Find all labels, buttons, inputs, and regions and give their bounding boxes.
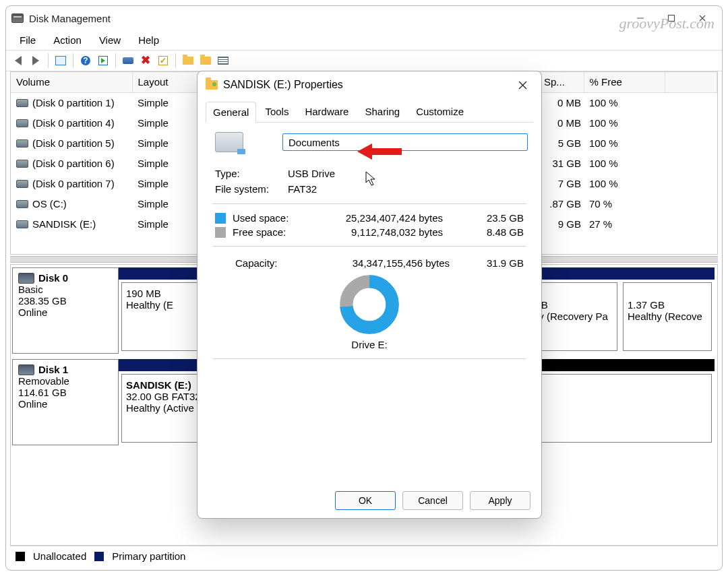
fs-label: File system: [215,183,288,195]
list-button[interactable] [215,53,231,69]
legend-label-primary: Primary partition [112,550,185,562]
scan-disk-button[interactable] [120,53,136,69]
grid-icon [55,56,66,65]
usb-icon [18,364,34,375]
help-button[interactable]: ? [78,53,94,69]
disk1-type: Removable [18,375,113,387]
divider [212,246,526,247]
disk0-info[interactable]: Disk 0 Basic 238.35 GB Online [12,267,119,354]
folder2-button[interactable] [198,53,214,69]
hdd-icon [18,273,34,284]
svg-point-8 [355,290,384,319]
volume-pct: 70 % [584,194,665,214]
menu-view[interactable]: View [92,33,127,47]
back-button[interactable] [10,53,26,69]
disk1-info[interactable]: Disk 1 Removable 114.61 GB Online [12,359,119,445]
cancel-button[interactable]: Cancel [402,491,463,510]
tab-sharing[interactable]: Sharing [357,101,407,122]
volume-name: (Disk 0 partition 4) [32,117,115,129]
volume-name: (Disk 0 partition 5) [32,137,115,149]
toolbar-sep [48,53,49,68]
capacity-human: 31.9 GB [477,257,524,269]
part-size: 190 MB [126,288,200,299]
volume-icon [16,200,28,208]
volume-icon [16,220,28,228]
arrow-right-icon [32,56,39,65]
cursor-icon [365,171,377,186]
fs-value: FAT32 [288,183,317,195]
menu-file[interactable]: File [13,33,42,47]
col-pct-free[interactable]: % Free [584,72,665,92]
titlebar: Disk Management [6,6,722,30]
legend-swatch-unallocated [16,552,25,561]
disk0-part1[interactable]: 190 MB Healthy (E [119,267,208,354]
minimize-button[interactable] [625,7,656,29]
folder1-button[interactable] [180,53,196,69]
delete-button[interactable]: ✖ [138,53,154,69]
arrow-left-icon [15,56,22,65]
capacity-donut-chart: Drive E: [211,270,528,352]
tab-general[interactable]: General [206,102,256,123]
free-label: Free space: [233,226,307,238]
confirm-button[interactable] [155,53,171,69]
used-swatch-icon [215,213,226,224]
part-title: SANDISK (E:) [126,379,191,391]
used-human: 23.5 GB [477,212,524,224]
volume-icon [16,139,28,148]
list-icon [218,57,229,65]
free-swatch-icon [215,227,226,238]
used-bytes: 25,234,407,424 bytes [313,212,470,224]
donut-label: Drive E: [351,339,387,350]
disk1-name: Disk 1 [38,364,68,375]
toolbar-sep [73,53,73,68]
drive-large-icon [215,132,243,152]
volume-icon [16,160,28,168]
app-icon [11,13,24,23]
menubar: File Action View Help [6,30,722,50]
toolbar-sep [115,53,116,68]
ok-button[interactable]: OK [335,491,396,510]
volume-pct: 100 % [584,133,665,154]
volume-pct: 100 % [584,113,665,133]
play-icon [98,56,108,65]
capacity-label: Capacity: [235,257,286,269]
free-bytes: 9,112,748,032 bytes [313,226,470,238]
disk1-size: 114.61 GB [18,387,113,398]
folder-icon [200,57,211,65]
volume-name: OS (C:) [32,198,67,210]
col-spacer [665,72,717,92]
part-status: Healthy (E [126,299,200,311]
tab-tools[interactable]: Tools [257,101,296,122]
legend-label-unallocated: Unallocated [33,550,86,562]
menu-action[interactable]: Action [47,33,88,47]
tab-hardware[interactable]: Hardware [297,101,356,122]
toolbar: ? ✖ [6,50,722,71]
action-button[interactable] [95,53,111,69]
apply-button[interactable]: Apply [470,491,530,510]
volume-name: SANDISK (E:) [32,218,96,230]
close-button[interactable] [687,7,718,29]
capacity-bytes: 34,347,155,456 bytes [286,257,477,269]
maximize-button[interactable] [656,7,687,29]
dialog-close-button[interactable] [510,75,535,95]
dialog-tabs: General Tools Hardware Sharing Customize [198,98,541,122]
part-status: Healthy (Recove [628,311,707,322]
x-icon: ✖ [141,56,150,65]
tab-customize[interactable]: Customize [408,101,471,122]
menu-help[interactable]: Help [131,33,166,47]
type-label: Type: [215,168,288,179]
col-volume[interactable]: Volume [11,72,132,92]
folder-icon [183,57,193,65]
part-size: GB [533,299,613,311]
drive-folder-icon [206,80,218,90]
detail-view-button[interactable] [53,53,69,69]
window-title: Disk Management [29,13,111,24]
disk0-name: Disk 0 [38,272,68,284]
disk0-size: 238.35 GB [18,295,113,307]
window-controls [625,7,718,29]
disk0-part4[interactable]: 1.37 GB Healthy (Recove [620,267,715,354]
check-icon [158,56,168,65]
forward-button[interactable] [28,53,44,69]
volume-label-input[interactable] [282,133,528,151]
divider [212,203,526,204]
